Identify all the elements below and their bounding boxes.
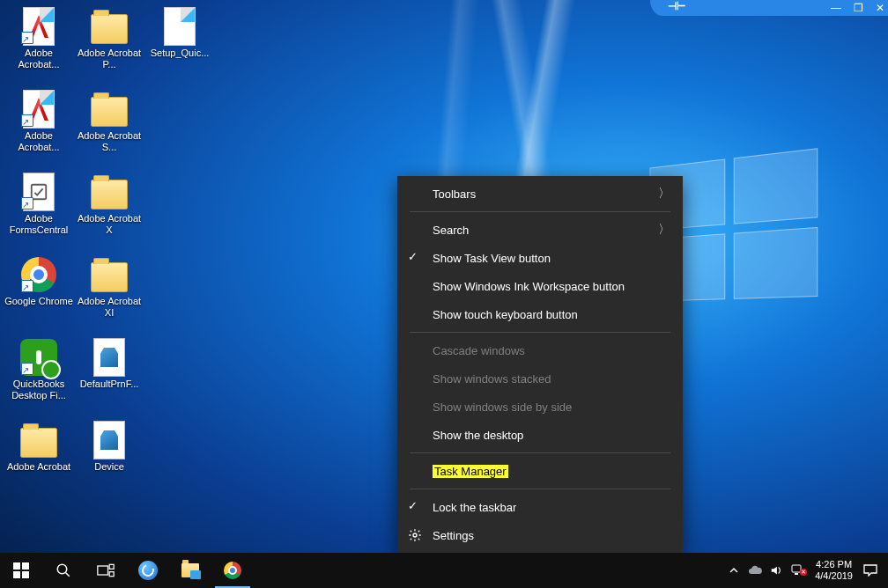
task-view-icon (97, 563, 115, 577)
search-button[interactable] (42, 553, 85, 588)
desktop-icons-grid: Adobe Acrobat...Adobe Acrobat P...Setup_… (4, 4, 215, 500)
desktop-icon-adobe-acrobat-p[interactable]: Adobe Acrobat P... (74, 4, 144, 86)
desktop-icon-label: Device (94, 461, 124, 473)
menu-item-label: Toolbars (433, 187, 476, 201)
desktop-icon-adobe-acrobat-x[interactable]: Adobe Acrobat X (74, 169, 144, 252)
taskbar-app-internet-explorer[interactable] (127, 553, 169, 588)
desktop-icon-adobe-acrobat-2[interactable]: Adobe Acrobat... (4, 86, 74, 169)
desktop-icon-label: Adobe Acrobat P... (74, 48, 144, 70)
vm-pin-icon[interactable]: ⊣⊢ (668, 1, 685, 11)
adobe-acrobat-xi-icon (90, 255, 129, 294)
cloud-icon (748, 565, 762, 576)
vm-close-button[interactable]: ✕ (876, 3, 884, 13)
desktop-icon-adobe-acrobat-3[interactable]: Adobe Acrobat (4, 417, 74, 500)
tray-network-icon[interactable]: ✕ (787, 564, 808, 577)
setup-quic-icon (160, 7, 199, 46)
menu-item-label: Show Task View button (433, 252, 551, 265)
tray-chevron-up-icon[interactable] (723, 565, 744, 576)
menu-item-toolbars[interactable]: Toolbars〉 (397, 180, 683, 208)
google-chrome-icon (19, 255, 58, 294)
adobe-acrobat-icon (19, 7, 58, 46)
windows-logo-icon (13, 562, 29, 578)
desktop-icon-adobe-acrobat[interactable]: Adobe Acrobat... (4, 4, 74, 86)
menu-item-label: Show touch keyboard button (433, 308, 578, 321)
desktop-icon-adobe-acrobat-s[interactable]: Adobe Acrobat S... (74, 86, 144, 169)
vm-minimize-button[interactable]: — (831, 3, 841, 13)
internet-explorer-icon (138, 561, 158, 580)
menu-item-label: Show the desktop (433, 429, 523, 442)
desktop-icon-setup-quic[interactable]: Setup_Quic... (144, 4, 215, 86)
taskbar[interactable]: ✕ 4:26 PM 4/4/2019 (0, 553, 888, 588)
desktop[interactable]: ⊣⊢ — ❐ ✕ Adobe Acrobat...Adobe Acrobat P… (0, 0, 888, 588)
desktop-icon-label: Adobe Acrobat... (4, 48, 74, 70)
start-button[interactable] (0, 553, 42, 588)
tray-volume-icon[interactable] (766, 564, 787, 577)
task-view-button[interactable] (85, 553, 127, 588)
svg-rect-6 (109, 564, 114, 569)
desktop-icon-label: Adobe Acrobat... (4, 130, 74, 153)
adobe-acrobat-2-icon (19, 90, 58, 129)
svg-rect-1 (36, 350, 41, 364)
desktop-icon-adobe-formscentral[interactable]: Adobe FormsCentral (4, 169, 74, 252)
menu-item-label: Show windows stacked (433, 372, 551, 386)
desktop-icon-google-chrome[interactable]: Google Chrome (4, 252, 74, 334)
google-chrome-icon (224, 562, 241, 579)
desktop-icon-quickbooks-desktop-fi[interactable]: QuickBooks Desktop Fi... (4, 334, 74, 417)
desktop-icon-label: DefaultPrnF... (80, 379, 139, 390)
menu-item-label: Show Windows Ink Workspace button (433, 280, 625, 293)
desktop-icon-label: Google Chrome (4, 296, 73, 307)
tray-onedrive-icon[interactable] (744, 565, 766, 576)
adobe-formscentral-icon (19, 173, 58, 211)
desktop-icon-adobe-acrobat-xi[interactable]: Adobe Acrobat XI (74, 252, 144, 334)
file-explorer-icon (181, 563, 199, 577)
menu-item-sidebyside: Show windows side by side (397, 393, 683, 421)
adobe-acrobat-s-icon (90, 90, 129, 129)
taskbar-app-google-chrome[interactable] (211, 553, 254, 588)
svg-rect-0 (32, 185, 47, 200)
menu-item-show-touch-kb[interactable]: Show touch keyboard button (397, 300, 683, 328)
vm-maximize-button[interactable]: ❐ (854, 3, 863, 13)
quickbooks-desktop-fi-icon (19, 338, 58, 377)
adobe-acrobat-p-icon (90, 7, 129, 46)
menu-item-cascade: Cascade windows (397, 336, 683, 364)
taskbar-app-file-explorer[interactable] (169, 553, 211, 588)
desktop-icon-device[interactable]: Device (74, 417, 144, 500)
menu-item-label: Search (433, 224, 469, 237)
menu-item-label: Settings (433, 529, 474, 542)
menu-item-show-task-view[interactable]: ✓Show Task View button (397, 244, 683, 272)
svg-rect-7 (109, 572, 114, 577)
desktop-icon-label: Adobe Acrobat S... (74, 130, 144, 153)
taskbar-context-menu: Toolbars〉Search〉✓Show Task View buttonSh… (397, 176, 683, 553)
system-tray[interactable]: ✕ 4:26 PM 4/4/2019 (723, 553, 888, 588)
device-icon (90, 421, 129, 459)
svg-point-2 (413, 533, 417, 537)
desktop-icon-label: QuickBooks Desktop Fi... (4, 379, 74, 401)
menu-item-show-ink[interactable]: Show Windows Ink Workspace button (397, 272, 683, 300)
menu-item-label: Lock the taskbar (433, 501, 516, 514)
desktop-icon-defaultprnf[interactable]: DefaultPrnF... (74, 334, 144, 417)
chevron-right-icon: 〉 (658, 222, 670, 238)
chevron-right-icon: 〉 (658, 186, 670, 202)
tray-clock[interactable]: 4:26 PM 4/4/2019 (808, 559, 860, 582)
check-icon: ✓ (408, 499, 418, 512)
action-center-button[interactable] (860, 564, 881, 577)
menu-item-settings[interactable]: Settings (397, 521, 683, 549)
taskbar-apps (127, 553, 254, 588)
menu-item-label: Cascade windows (433, 344, 525, 357)
svg-line-4 (65, 572, 70, 577)
svg-rect-5 (98, 566, 108, 575)
desktop-icon-label: Adobe Acrobat (7, 461, 70, 473)
vm-titlebar: ⊣⊢ — ❐ ✕ (650, 0, 888, 16)
menu-item-lock-taskbar[interactable]: ✓Lock the taskbar (397, 493, 683, 521)
menu-item-search[interactable]: Search〉 (397, 216, 683, 244)
defaultprnf-icon (90, 338, 129, 377)
menu-item-task-manager[interactable]: Task Manager (397, 457, 683, 485)
tray-date: 4/4/2019 (815, 570, 853, 582)
check-icon: ✓ (408, 250, 418, 263)
desktop-icon-label: Adobe FormsCentral (4, 213, 74, 236)
menu-item-label: Show windows side by side (433, 401, 572, 414)
menu-item-label: Task Manager (433, 465, 508, 478)
menu-item-show-desktop[interactable]: Show the desktop (397, 421, 683, 449)
menu-item-stacked: Show windows stacked (397, 364, 683, 393)
tray-time: 4:26 PM (815, 559, 853, 570)
